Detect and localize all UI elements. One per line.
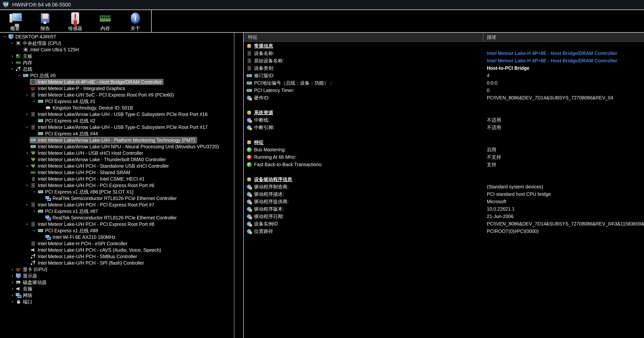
feature-row[interactable]: 设备实例IDPCI\VEN_8086&DEV_7D14&SUBSYS_72708… <box>244 220 644 228</box>
tree-item[interactable]: Intel Meteor Lake-U/H PCH - SPI (flash) … <box>0 260 234 266</box>
tree-item[interactable]: 中央处理器 (CPU) <box>0 40 234 46</box>
tree-item[interactable]: 显卡 (GPU) <box>0 266 234 273</box>
expander-expand-icon[interactable] <box>10 60 15 65</box>
tree-item[interactable]: RealTek Semiconductor RTL8126 PCIe Ether… <box>0 195 234 202</box>
tree-item[interactable]: Intel Meteor Lake-U/H PCH - PCI Express … <box>0 221 234 227</box>
expander-collapse-icon[interactable] <box>24 92 30 97</box>
tree-item[interactable]: Intel Meteor Lake-P - Integrated Graphic… <box>0 85 234 92</box>
expander-collapse-icon[interactable] <box>24 112 30 117</box>
feature-row[interactable]: PCI Latency Timer:0 <box>244 87 644 94</box>
expander-collapse-icon[interactable] <box>10 40 15 46</box>
tree-item[interactable]: Kingston Technology, Device ID: 501B <box>0 105 234 111</box>
device-tree[interactable]: DESKTOP-4JIRI5T中央处理器 (CPU)Intel Core Ult… <box>0 33 234 338</box>
tree-item[interactable]: 端口 <box>0 299 234 305</box>
feature-row[interactable]: 硬件ID:PCI\VEN_8086&DEV_7D14&SUBSYS_727080… <box>244 94 644 101</box>
feature-section-row[interactable]: 设备驱动程序信息 <box>244 176 644 183</box>
feature-section-row[interactable]: 系统资源 <box>244 109 644 116</box>
tree-item-surface: 网络 <box>15 292 34 299</box>
tree-item[interactable]: RealTek Semiconductor RTL8126 PCIe Ether… <box>0 214 234 221</box>
tree-item[interactable]: Intel Core Ultra 5 125H <box>0 46 234 53</box>
expander-collapse-icon[interactable] <box>2 34 8 39</box>
tree-item[interactable]: 总线 <box>0 66 234 72</box>
tree-item[interactable]: Intel Meteor Lake/Arrow Lake - Thunderbo… <box>0 156 234 163</box>
expander-collapse-icon[interactable] <box>24 202 30 207</box>
tree-item[interactable]: DESKTOP-4JIRI5T <box>0 33 234 40</box>
feature-section-row[interactable]: 常规信息 <box>244 42 644 50</box>
expander-expand-icon[interactable] <box>10 280 15 285</box>
expander-collapse-icon[interactable] <box>32 209 37 214</box>
tree-item[interactable]: 主板 <box>0 53 234 59</box>
tree-item[interactable]: Intel Meteor Lake-U/H SoC - PCI Express … <box>0 92 234 98</box>
column-separator[interactable] <box>483 33 484 41</box>
feature-row[interactable]: 驱动程序提供商:Microsoft <box>244 198 644 205</box>
tree-item[interactable]: PCI Express x1 总线 #86 [PCIe SLOT X1] <box>0 189 234 195</box>
feature-label: 驱动程序提供商: <box>254 198 289 205</box>
tree-item[interactable]: PCI 总线 #0 <box>0 72 234 79</box>
expander-expand-icon[interactable] <box>10 293 15 298</box>
expander-expand-icon[interactable] <box>10 267 15 272</box>
feature-section-row[interactable]: 特征 <box>244 139 644 146</box>
tree-item[interactable]: 磁盘驱动器 <box>0 279 234 286</box>
tree-item[interactable]: 音频 <box>0 286 234 292</box>
feature-row[interactable]: 驱动程序描述:PCI standard host CPU bridge <box>244 190 644 198</box>
expander-expand-icon[interactable] <box>24 150 30 156</box>
tree-item[interactable]: Intel Meteor Lake-U/H PCH - cAVS (Audio,… <box>0 247 234 253</box>
tree-item[interactable]: Intel Meteor Lake/Arrow Lake-U/H - USB T… <box>0 124 234 130</box>
toolbar-button-sensors[interactable]: 传感器 <box>60 10 90 32</box>
expander-collapse-icon[interactable] <box>32 228 37 233</box>
tree-item[interactable]: Intel Meteor Lake-U/H PCH - PCI Express … <box>0 202 234 208</box>
tree-item[interactable]: PCI Express x4 总线 #44 <box>0 130 234 137</box>
toolbar-button-memory[interactable]: 内存 <box>90 10 120 32</box>
feature-row[interactable]: Fast Back-to-Back Transactions:支持 <box>244 161 644 168</box>
feature-row[interactable]: 驱动程序日期:21-Jun-2006 <box>244 213 644 220</box>
tree-item[interactable]: Intel Meteor Lake-H 4P+8E - Host Bridge/… <box>0 79 234 85</box>
toolbar-button-report[interactable]: 报告 <box>30 10 60 32</box>
column-header-description[interactable]: 描述 <box>487 34 496 40</box>
tree-item[interactable]: Intel Meteor Lake-U/H - USB xHCI Host Co… <box>0 150 234 156</box>
expander-collapse-icon[interactable] <box>10 66 15 72</box>
expander-expand-icon[interactable] <box>24 163 30 169</box>
expander-expand-icon[interactable] <box>10 286 15 292</box>
tree-item[interactable]: Intel Meteor Lake-U/H PCH - Standalone U… <box>0 163 234 169</box>
expander-expand-icon[interactable] <box>10 53 15 59</box>
feature-row[interactable]: Bus Mastering:启用 <box>244 146 644 153</box>
tree-item[interactable]: 显示器 <box>0 273 234 279</box>
expander-collapse-icon[interactable] <box>32 99 37 104</box>
feature-row[interactable]: 驱动程序制造商:(Standard system devices) <box>244 183 644 190</box>
tree-item[interactable]: Intel Meteor Lake-U/H PCH - PCI Express … <box>0 182 234 189</box>
tree-item[interactable]: 网络 <box>0 292 234 299</box>
feature-row[interactable]: 位置路径PCIROOT(0)#PCI(0000) <box>244 228 644 235</box>
tree-item[interactable]: Intel Meteor Lake/Arrow Lake-U/H - USB T… <box>0 111 234 117</box>
tree-item[interactable]: Intel Meteor Lake-U/H PCH - Shared SRAM <box>0 169 234 176</box>
tree-item[interactable]: Intel Meteor Lake/Arrow Lake-U/H - Platf… <box>0 137 234 143</box>
feature-row[interactable]: 修订版ID:4 <box>244 72 644 79</box>
tree-item[interactable]: Intel Wi-Fi 6E AX210 160MHz <box>0 234 234 240</box>
feature-row[interactable]: 设备名称:Intel Meteor Lake-H 4P+8E - Host Br… <box>244 50 644 57</box>
feature-row[interactable]: Running At 66 MHz:不支持 <box>244 153 644 161</box>
expander-expand-icon[interactable] <box>10 299 15 304</box>
expander-collapse-icon[interactable] <box>32 189 37 194</box>
tree-item[interactable]: Intel Meteor Lake-U/H PCH - SMBus Contro… <box>0 253 234 260</box>
tree-item[interactable]: PCI Express x1 总线 #87 <box>0 208 234 214</box>
tree-item[interactable]: 内存 <box>0 59 234 66</box>
tree-item[interactable]: PCI Express x1 总线 #88 <box>0 227 234 234</box>
tree-item[interactable]: Intel Meteor Lake/Arrow Lake-U/H NPU - N… <box>0 143 234 150</box>
column-header-feature[interactable]: 特征 <box>244 34 258 40</box>
expander-collapse-icon[interactable] <box>17 73 22 78</box>
feature-row[interactable]: 原始设备名称:Intel Meteor Lake-H 4P+8E - Host … <box>244 57 644 64</box>
tree-item[interactable]: PCI Express x4 总线 #2 <box>0 117 234 124</box>
expander-collapse-icon[interactable] <box>24 124 30 130</box>
feature-row[interactable]: 驱动程序版本:10.0.22621.1 <box>244 205 644 213</box>
feature-row[interactable]: 中断引脚:不适用 <box>244 124 644 131</box>
tree-item[interactable]: Intel Meteor Lake-U/H PCH - Intel CSME: … <box>0 176 234 182</box>
expander-expand-icon[interactable] <box>10 273 15 279</box>
feature-row[interactable]: PCI地址编号（总线：设备：功能）：0:0:0 <box>244 79 644 87</box>
tree-item[interactable]: Intel Meteor Lake-H PCH - eSPI Controlle… <box>0 240 234 247</box>
feature-row[interactable]: 中断线:不适用 <box>244 116 644 124</box>
toolbar-button-about[interactable]: 关于 <box>120 10 150 32</box>
tree-item[interactable]: PCI Express x4 总线 #1 <box>0 98 234 105</box>
toolbar-button-summary[interactable]: 概要 <box>0 10 30 32</box>
expander-collapse-icon[interactable] <box>24 222 30 227</box>
expander-collapse-icon[interactable] <box>24 183 30 188</box>
feature-row[interactable]: 设备类别:Host-to-PCI Bridge <box>244 64 644 72</box>
